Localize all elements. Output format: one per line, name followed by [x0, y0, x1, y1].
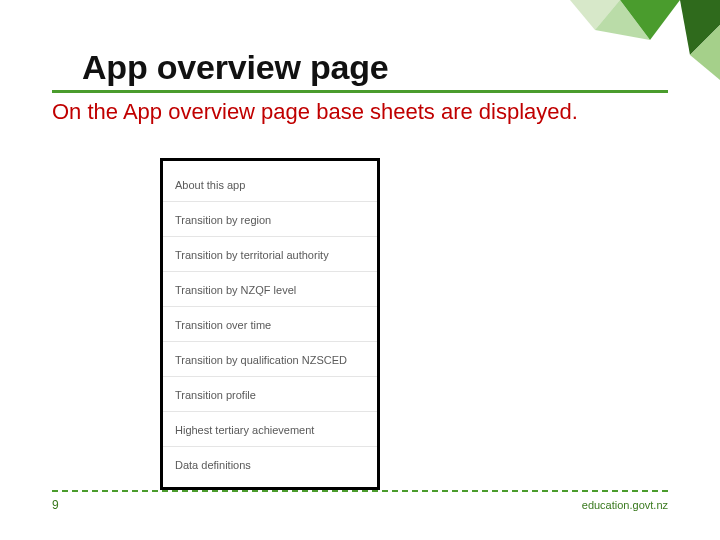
sheet-label: Transition by territorial authority — [175, 249, 329, 261]
page-subtitle: On the App overview page base sheets are… — [52, 99, 668, 125]
sheet-label: About this app — [175, 179, 245, 191]
footer: 9 education.govt.nz — [52, 490, 668, 512]
sheet-label: Transition profile — [175, 389, 256, 401]
sheet-label: Highest tertiary achievement — [175, 424, 314, 436]
list-item[interactable]: Transition over time — [163, 307, 377, 342]
svg-marker-3 — [690, 25, 720, 80]
sheets-list: About this app Transition by region Tran… — [160, 158, 380, 490]
svg-marker-4 — [595, 0, 650, 40]
list-item[interactable]: Transition by NZQF level — [163, 272, 377, 307]
slide-content: App overview page On the App overview pa… — [52, 48, 668, 125]
svg-marker-2 — [680, 0, 720, 55]
footer-row: 9 education.govt.nz — [52, 498, 668, 512]
list-item[interactable]: About this app — [163, 167, 377, 202]
title-underline — [52, 90, 668, 93]
list-item[interactable]: Transition by territorial authority — [163, 237, 377, 272]
sheet-label: Transition over time — [175, 319, 271, 331]
list-item[interactable]: Transition by region — [163, 202, 377, 237]
page-title: App overview page — [52, 48, 668, 87]
sheet-label: Transition by region — [175, 214, 271, 226]
list-item[interactable]: Data definitions — [163, 447, 377, 481]
svg-marker-0 — [570, 0, 620, 30]
list-item[interactable]: Highest tertiary achievement — [163, 412, 377, 447]
page-number: 9 — [52, 498, 59, 512]
list-item[interactable]: Transition profile — [163, 377, 377, 412]
sheet-label: Data definitions — [175, 459, 251, 471]
footer-divider — [52, 490, 668, 492]
footer-link: education.govt.nz — [582, 499, 668, 511]
sheet-label: Transition by NZQF level — [175, 284, 296, 296]
svg-marker-1 — [620, 0, 680, 40]
sheet-label: Transition by qualification NZSCED — [175, 354, 347, 366]
list-item[interactable]: Transition by qualification NZSCED — [163, 342, 377, 377]
